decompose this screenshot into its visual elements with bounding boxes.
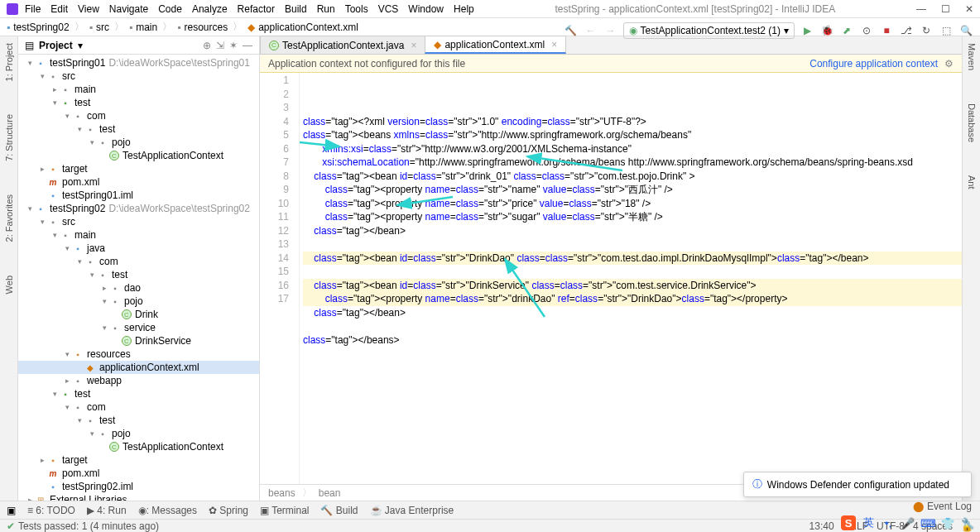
chevron-down-icon[interactable]: ▾: [78, 40, 83, 51]
code-line[interactable]: [303, 237, 962, 252]
tree-item[interactable]: ▸⊞External Libraries: [18, 493, 259, 501]
tree-item[interactable]: ▾▪pojo: [18, 295, 259, 308]
code-lines[interactable]: class="tag"><?xml version=class="str">"1…: [300, 73, 962, 484]
menu-edit[interactable]: Edit: [50, 3, 68, 15]
hide-icon[interactable]: —: [243, 40, 252, 51]
code-line[interactable]: class="tag"></bean>: [303, 224, 962, 238]
tree-item[interactable]: ▾▪com: [18, 255, 259, 268]
editor-tab[interactable]: ◆applicationContext.xml×: [425, 36, 566, 54]
menu-window[interactable]: Window: [408, 3, 444, 15]
tree-item[interactable]: ▸▪target: [18, 162, 259, 175]
tree-item[interactable]: ▾▪pojo: [18, 427, 259, 440]
tool-tab[interactable]: 1: Project: [4, 43, 14, 81]
menu-tools[interactable]: Tools: [345, 3, 368, 15]
code-crumb[interactable]: beans: [268, 487, 295, 499]
banner-link[interactable]: Configure application context: [809, 58, 938, 69]
code-line[interactable]: class="tag"><beans xmlns=class="str">"ht…: [303, 128, 962, 142]
bottom-tab[interactable]: ▣ Terminal: [260, 505, 309, 516]
code-line[interactable]: class="tag"><property name=class="str">"…: [303, 210, 962, 224]
tool-tab[interactable]: Ant: [967, 175, 977, 189]
tool-tab[interactable]: 7: Structure: [4, 114, 14, 161]
ime-keyboard-icon[interactable]: ⌨: [920, 515, 935, 530]
menu-view[interactable]: View: [78, 3, 99, 15]
bottom-tab[interactable]: ≡ 6: TODO: [27, 505, 75, 516]
search-icon[interactable]: 🔍: [958, 23, 973, 38]
tree-item[interactable]: ▾▪resources: [18, 347, 259, 361]
coverage-button[interactable]: ⬈: [839, 23, 854, 38]
menu-build[interactable]: Build: [285, 3, 307, 15]
event-log-button[interactable]: ⬤Event Log: [913, 501, 972, 512]
select-opened-icon[interactable]: ⊕: [203, 40, 211, 51]
menu-navigate[interactable]: Navigate: [109, 3, 148, 15]
hammer-icon[interactable]: 🔨: [564, 23, 579, 38]
code-line[interactable]: class="tag"><bean id=class="str">"DrinkS…: [303, 279, 962, 293]
close-button[interactable]: ✕: [965, 3, 973, 15]
run-button[interactable]: ▶: [800, 23, 814, 38]
tree-item[interactable]: ▾▪test: [18, 96, 259, 109]
tree-item[interactable]: ▾▪com: [18, 109, 259, 122]
debug-button[interactable]: 🐞: [819, 23, 834, 38]
collapse-icon[interactable]: ✶: [229, 40, 238, 51]
ime-tool-icon[interactable]: 🔧: [960, 515, 975, 530]
stop-button[interactable]: ■: [879, 23, 894, 38]
ime-punct-icon[interactable]: •,: [881, 515, 896, 530]
bottom-tab[interactable]: ◉: Messages: [138, 505, 197, 516]
tool-tab[interactable]: Maven: [967, 43, 977, 70]
code-line[interactable]: [303, 265, 962, 279]
tree-item[interactable]: ▾▪test: [18, 122, 259, 136]
menu-vcs[interactable]: VCS: [378, 3, 399, 15]
back-icon[interactable]: ←: [584, 23, 598, 38]
tree-item[interactable]: ▪testSpring02.iml: [18, 480, 259, 493]
code-line[interactable]: class="tag"><?xml version=class="str">"1…: [303, 115, 962, 129]
ime-lang-icon[interactable]: 英: [861, 515, 876, 530]
tool-tab[interactable]: Database: [967, 103, 977, 142]
tree-item[interactable]: CDrinkService: [18, 334, 259, 347]
tree-item[interactable]: CTestApplicationContext: [18, 149, 259, 162]
tree-item[interactable]: ▸▪target: [18, 453, 259, 467]
tree-item[interactable]: ▾▪pojo: [18, 136, 259, 149]
close-tab-icon[interactable]: ×: [551, 39, 557, 50]
menu-run[interactable]: Run: [317, 3, 335, 15]
tree-item[interactable]: ▾▪java: [18, 242, 259, 255]
breadcrumb-item[interactable]: ▪resources: [177, 22, 228, 33]
breadcrumb-item[interactable]: ◆applicationContext.xml: [247, 22, 358, 33]
tree-item[interactable]: ▾▪test: [18, 414, 259, 427]
tool-window-icon[interactable]: ▣: [7, 505, 16, 516]
expand-icon[interactable]: ⇲: [216, 40, 224, 51]
code-line[interactable]: class="tag"><property name=class="str">"…: [303, 197, 962, 211]
project-tree[interactable]: ▾▪testSpring01D:\ideaWorkSpace\testSprin…: [18, 55, 259, 501]
tree-item[interactable]: ▾▪src: [18, 215, 259, 228]
tree-item[interactable]: ▸▪dao: [18, 281, 259, 295]
ime-skin-icon[interactable]: 👕: [940, 515, 955, 530]
maximize-button[interactable]: ☐: [941, 3, 950, 15]
tree-item[interactable]: ▸▪webapp: [18, 374, 259, 387]
breadcrumb-item[interactable]: ▪src: [89, 22, 109, 33]
code-line[interactable]: class="tag"><bean id=class="str">"DrinkD…: [303, 252, 962, 266]
breadcrumb-item[interactable]: ▪testSpring02: [7, 22, 70, 33]
tree-item[interactable]: ▾▪test: [18, 268, 259, 281]
menu-file[interactable]: File: [25, 3, 41, 15]
notification-balloon[interactable]: ⓘ Windows Defender configuration updated: [743, 472, 972, 497]
tree-item[interactable]: ▾▪src: [18, 69, 259, 83]
code-area[interactable]: 1234567891011121314151617 class="tag"><?…: [260, 73, 962, 484]
tree-item[interactable]: mpom.xml: [18, 467, 259, 480]
close-tab-icon[interactable]: ×: [411, 40, 416, 51]
tool-tab[interactable]: 2: Favorites: [4, 194, 14, 242]
tree-item[interactable]: ▾▪test: [18, 387, 259, 400]
bottom-tab[interactable]: 🔨 Build: [320, 505, 358, 516]
breadcrumb-item[interactable]: ▪main: [129, 22, 157, 33]
tree-item[interactable]: ▾▪main: [18, 228, 259, 242]
tree-item[interactable]: ◆applicationContext.xml: [18, 361, 259, 374]
tree-item[interactable]: ▾▪testSpring01D:\ideaWorkSpace\testSprin…: [18, 56, 259, 69]
code-line[interactable]: xmlns:xsi=class="str">"http://www.w3.org…: [303, 142, 962, 156]
run-config-dropdown[interactable]: ◉ TestApplicationContext.test2 (1) ▾: [623, 22, 795, 39]
sogou-icon[interactable]: S: [841, 515, 856, 530]
tree-item[interactable]: ▾▪com: [18, 400, 259, 414]
tree-item[interactable]: ▾▪testSpring02D:\ideaWorkSpace\testSprin…: [18, 202, 259, 215]
code-line[interactable]: [303, 319, 962, 333]
menu-code[interactable]: Code: [158, 3, 182, 15]
menu-analyze[interactable]: Analyze: [192, 3, 228, 15]
settings-button[interactable]: ⬚: [939, 23, 954, 38]
tree-item[interactable]: ▾▪service: [18, 321, 259, 334]
code-line[interactable]: class="tag"></bean>: [303, 306, 962, 320]
